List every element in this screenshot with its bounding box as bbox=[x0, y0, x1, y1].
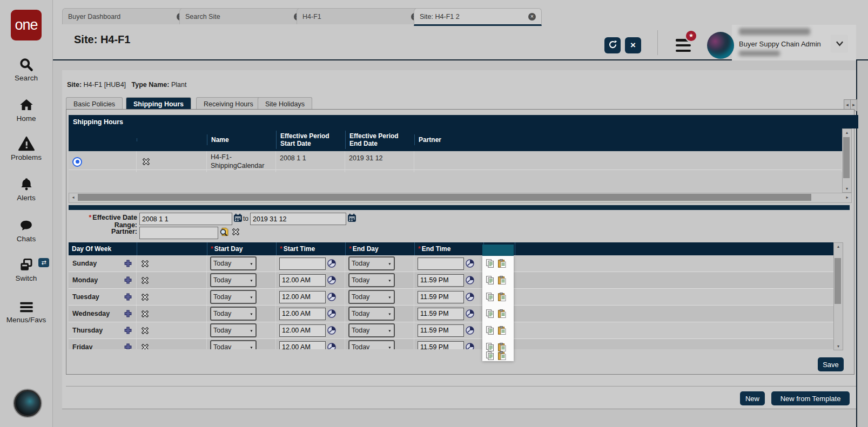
add-row-icon[interactable] bbox=[124, 343, 132, 349]
end-day-select[interactable]: Today▼ bbox=[348, 256, 395, 270]
column-partner[interactable]: Partner bbox=[414, 134, 842, 145]
start-time-input[interactable] bbox=[279, 274, 326, 287]
end-time-input[interactable] bbox=[418, 341, 464, 350]
tab-shipping-hours[interactable]: Shipping Hours bbox=[126, 97, 191, 110]
sidebar-item-search[interactable]: Search bbox=[0, 57, 52, 82]
copy-icon[interactable] bbox=[486, 309, 494, 320]
delete-row-icon[interactable] bbox=[141, 343, 149, 350]
end-time-input[interactable] bbox=[418, 274, 464, 287]
app-logo[interactable]: one bbox=[11, 10, 42, 40]
start-day-select[interactable]: Today▼ bbox=[210, 273, 257, 287]
tab-search-site[interactable]: Search Site × bbox=[179, 8, 307, 24]
start-time-input[interactable] bbox=[279, 291, 326, 303]
new-button[interactable]: New bbox=[740, 391, 765, 405]
scrollbar-thumb[interactable] bbox=[843, 137, 850, 178]
user-dropdown-button[interactable] bbox=[831, 35, 848, 53]
start-day-select[interactable]: Today▼ bbox=[210, 307, 257, 321]
start-time-input[interactable] bbox=[279, 308, 326, 320]
clock-icon[interactable] bbox=[327, 309, 336, 318]
refresh-button[interactable] bbox=[604, 37, 621, 53]
copy-icon[interactable] bbox=[486, 326, 494, 337]
column-effective-start[interactable]: Effective Period Start Date bbox=[276, 131, 345, 149]
clock-icon[interactable] bbox=[466, 293, 474, 301]
day-table-vertical-scrollbar[interactable]: ▴ ▾ bbox=[833, 242, 843, 350]
clock-icon[interactable] bbox=[327, 293, 336, 301]
paste-icon[interactable] bbox=[497, 326, 506, 337]
start-day-select[interactable]: Today▼ bbox=[210, 290, 257, 304]
calendar-icon[interactable] bbox=[233, 213, 243, 222]
tab-receiving-hours[interactable]: Receiving Hours bbox=[196, 97, 261, 110]
user-avatar[interactable] bbox=[707, 32, 734, 59]
paste-icon[interactable] bbox=[497, 309, 506, 320]
add-row-icon[interactable] bbox=[124, 293, 132, 301]
partner-clear-icon[interactable] bbox=[232, 228, 240, 236]
sidebar-item-chats[interactable]: Chats bbox=[0, 219, 52, 243]
scrollbar-thumb[interactable] bbox=[78, 194, 811, 201]
date-to-input[interactable] bbox=[250, 213, 346, 225]
close-page-button[interactable]: × bbox=[625, 37, 641, 53]
tab-h4-f1[interactable]: H4-F1 × bbox=[297, 8, 425, 24]
copy-icon[interactable] bbox=[486, 276, 494, 287]
scroll-down-icon[interactable]: ▾ bbox=[843, 185, 851, 192]
sidebar-item-problems[interactable]: Problems bbox=[0, 136, 52, 161]
clock-icon[interactable] bbox=[466, 309, 474, 318]
add-row-icon[interactable] bbox=[124, 276, 132, 284]
clock-icon[interactable] bbox=[466, 326, 474, 335]
delete-row-icon[interactable] bbox=[141, 293, 149, 301]
shipping-table-vertical-scrollbar[interactable]: ▴ ▾ bbox=[842, 128, 852, 193]
end-day-select[interactable]: Today▼ bbox=[348, 307, 395, 321]
start-day-select[interactable]: Today▼ bbox=[210, 323, 257, 337]
copy-icon[interactable] bbox=[486, 351, 494, 362]
paste-icon[interactable] bbox=[497, 351, 506, 362]
calendar-icon[interactable] bbox=[347, 213, 356, 222]
start-day-select[interactable]: Today▼ bbox=[210, 340, 257, 349]
bottom-logo-avatar[interactable] bbox=[14, 390, 41, 417]
add-row-icon[interactable] bbox=[124, 260, 132, 267]
start-time-input[interactable] bbox=[279, 257, 326, 270]
clock-icon[interactable] bbox=[327, 343, 336, 349]
row-radio-selected[interactable] bbox=[72, 157, 82, 167]
scroll-up-icon[interactable]: ▴ bbox=[834, 243, 843, 250]
end-time-input[interactable] bbox=[418, 291, 464, 303]
end-time-input[interactable] bbox=[418, 257, 464, 270]
paste-icon[interactable] bbox=[497, 293, 506, 303]
end-time-input[interactable] bbox=[418, 324, 464, 337]
sidebar-item-alerts[interactable]: Alerts bbox=[0, 177, 52, 202]
end-day-select[interactable]: Today▼ bbox=[348, 340, 395, 349]
column-effective-end[interactable]: Effective Period End Date bbox=[345, 131, 414, 149]
delete-row-icon[interactable] bbox=[141, 260, 149, 268]
scroll-down-icon[interactable]: ▾ bbox=[834, 343, 843, 350]
tab-buyer-dashboard[interactable]: Buyer Dashboard × bbox=[62, 8, 190, 24]
start-time-input[interactable] bbox=[279, 324, 326, 337]
clock-icon[interactable] bbox=[466, 343, 474, 349]
new-from-template-button[interactable]: New from Template bbox=[771, 391, 850, 405]
paste-icon[interactable] bbox=[497, 259, 506, 270]
tab-basic-policies[interactable]: Basic Policies bbox=[66, 97, 123, 110]
add-row-icon[interactable] bbox=[124, 310, 132, 317]
clock-icon[interactable] bbox=[466, 259, 474, 268]
end-day-select[interactable]: Today▼ bbox=[348, 290, 395, 304]
scroll-left-icon[interactable]: ◂ bbox=[70, 194, 77, 201]
scrollbar-thumb[interactable] bbox=[835, 258, 841, 304]
date-from-input[interactable] bbox=[139, 213, 232, 225]
scroll-up-icon[interactable]: ▴ bbox=[843, 129, 851, 136]
save-button[interactable]: Save bbox=[818, 357, 844, 371]
copy-icon[interactable] bbox=[486, 259, 494, 270]
delete-row-icon[interactable] bbox=[142, 158, 150, 166]
table-row[interactable]: H4-F1-ShippingCalendar 2008 1 1 2019 31 … bbox=[69, 151, 842, 170]
partner-lookup-icon[interactable] bbox=[219, 227, 229, 236]
delete-row-icon[interactable] bbox=[141, 327, 149, 335]
copy-icon[interactable] bbox=[486, 293, 494, 303]
clock-icon[interactable] bbox=[327, 259, 336, 268]
tab-site-h4-f1-2[interactable]: Site: H4-F1 2 × bbox=[414, 8, 542, 26]
switch-badge[interactable]: ⇄ bbox=[38, 258, 49, 267]
end-time-input[interactable] bbox=[418, 308, 464, 320]
scroll-right-icon[interactable]: ▸ bbox=[844, 194, 851, 201]
sidebar-item-menus-favs[interactable]: Menus/Favs bbox=[0, 301, 52, 324]
delete-row-icon[interactable] bbox=[141, 276, 149, 284]
end-day-select[interactable]: Today▼ bbox=[348, 273, 395, 287]
paste-icon[interactable] bbox=[497, 276, 506, 287]
tab-site-holidays[interactable]: Site Holidays bbox=[258, 97, 312, 110]
start-time-input[interactable] bbox=[279, 341, 326, 350]
close-tab-icon[interactable]: × bbox=[528, 13, 536, 21]
